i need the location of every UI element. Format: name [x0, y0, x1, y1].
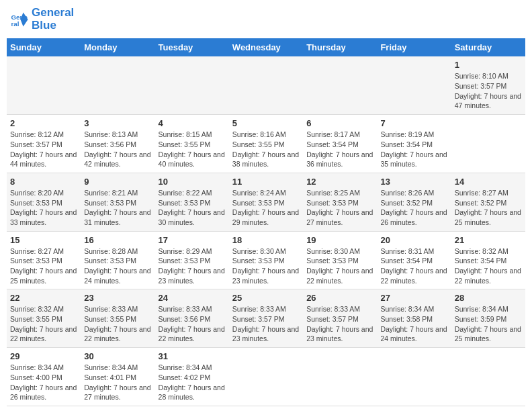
- calendar-cell: 6Sunrise: 8:17 AMSunset: 3:54 PMDaylight…: [303, 115, 377, 173]
- weekday-header-row: SundayMondayTuesdayWednesdayThursdayFrid…: [7, 38, 525, 56]
- day-number: 12: [306, 177, 373, 187]
- day-info: Sunrise: 8:33 AMSunset: 3:56 PMDaylight:…: [159, 304, 226, 344]
- calendar-cell: 5Sunrise: 8:16 AMSunset: 3:55 PMDaylight…: [229, 115, 303, 173]
- day-number: 7: [380, 118, 447, 128]
- day-number: 3: [84, 118, 151, 128]
- day-info: Sunrise: 8:27 AMSunset: 3:53 PMDaylight:…: [10, 246, 77, 286]
- day-info: Sunrise: 8:10 AMSunset: 3:57 PMDaylight:…: [455, 71, 522, 111]
- day-number: 23: [84, 293, 151, 303]
- day-info: Sunrise: 8:32 AMSunset: 3:55 PMDaylight:…: [10, 304, 77, 344]
- day-info: Sunrise: 8:27 AMSunset: 3:52 PMDaylight:…: [455, 188, 522, 228]
- calendar-cell: 31Sunrise: 8:34 AMSunset: 4:02 PMDayligh…: [155, 348, 229, 406]
- calendar-cell: 7Sunrise: 8:19 AMSunset: 3:54 PMDaylight…: [377, 115, 451, 173]
- calendar-cell: 10Sunrise: 8:22 AMSunset: 3:53 PMDayligh…: [155, 173, 229, 231]
- calendar-cell: 24Sunrise: 8:33 AMSunset: 3:56 PMDayligh…: [155, 289, 229, 348]
- calendar-cell: 18Sunrise: 8:30 AMSunset: 3:53 PMDayligh…: [229, 231, 303, 289]
- day-number: 2: [10, 118, 77, 128]
- day-number: 28: [455, 293, 522, 303]
- day-info: Sunrise: 8:32 AMSunset: 3:54 PMDaylight:…: [455, 246, 522, 286]
- calendar-cell: 28Sunrise: 8:34 AMSunset: 3:59 PMDayligh…: [451, 289, 525, 348]
- day-info: Sunrise: 8:34 AMSunset: 4:02 PMDaylight:…: [159, 363, 226, 402]
- day-number: 5: [232, 118, 300, 128]
- calendar-cell: 27Sunrise: 8:34 AMSunset: 3:58 PMDayligh…: [377, 289, 451, 348]
- week-row-1: 1Sunrise: 8:10 AMSunset: 3:57 PMDaylight…: [7, 56, 525, 114]
- calendar-cell: 23Sunrise: 8:33 AMSunset: 3:55 PMDayligh…: [81, 289, 154, 348]
- calendar-cell: [81, 56, 154, 114]
- calendar-cell: 26Sunrise: 8:33 AMSunset: 3:57 PMDayligh…: [303, 289, 377, 348]
- day-info: Sunrise: 8:31 AMSunset: 3:54 PMDaylight:…: [380, 246, 447, 286]
- day-number: 25: [232, 293, 300, 303]
- svg-text:ral: ral: [11, 19, 19, 27]
- day-number: 26: [306, 293, 373, 303]
- day-number: 6: [306, 118, 373, 128]
- day-info: Sunrise: 8:15 AMSunset: 3:55 PMDaylight:…: [159, 130, 226, 169]
- calendar-cell: 20Sunrise: 8:31 AMSunset: 3:54 PMDayligh…: [377, 231, 451, 289]
- weekday-header-wednesday: Wednesday: [229, 38, 303, 56]
- day-number: 22: [10, 293, 77, 303]
- calendar-cell: [377, 56, 451, 114]
- day-info: Sunrise: 8:34 AMSunset: 3:59 PMDaylight:…: [455, 304, 522, 344]
- day-info: Sunrise: 8:21 AMSunset: 3:53 PMDaylight:…: [84, 188, 151, 228]
- logo-icon: Gene ral Blue: [10, 10, 29, 29]
- day-number: 14: [455, 177, 522, 187]
- calendar-cell: 21Sunrise: 8:32 AMSunset: 3:54 PMDayligh…: [451, 231, 525, 289]
- day-info: Sunrise: 8:20 AMSunset: 3:53 PMDaylight:…: [10, 188, 77, 228]
- day-info: Sunrise: 8:25 AMSunset: 3:53 PMDaylight:…: [306, 188, 373, 228]
- day-number: 17: [159, 235, 226, 245]
- day-info: Sunrise: 8:33 AMSunset: 3:55 PMDaylight:…: [84, 304, 151, 344]
- day-number: 31: [159, 351, 226, 361]
- calendar-cell: 15Sunrise: 8:27 AMSunset: 3:53 PMDayligh…: [7, 231, 81, 289]
- calendar-cell: 29Sunrise: 8:34 AMSunset: 4:00 PMDayligh…: [7, 348, 81, 406]
- week-row-3: 8Sunrise: 8:20 AMSunset: 3:53 PMDaylight…: [7, 173, 525, 231]
- logo-text-line2: Blue: [32, 19, 74, 32]
- day-number: 8: [10, 177, 77, 187]
- day-info: Sunrise: 8:28 AMSunset: 3:53 PMDaylight:…: [84, 246, 151, 286]
- weekday-header-tuesday: Tuesday: [155, 38, 229, 56]
- day-number: 4: [159, 118, 226, 128]
- day-info: Sunrise: 8:34 AMSunset: 3:58 PMDaylight:…: [380, 304, 447, 344]
- weekday-header-thursday: Thursday: [303, 38, 377, 56]
- day-number: 13: [380, 177, 447, 187]
- day-info: Sunrise: 8:33 AMSunset: 3:57 PMDaylight:…: [232, 304, 300, 344]
- calendar-cell: 17Sunrise: 8:29 AMSunset: 3:53 PMDayligh…: [155, 231, 229, 289]
- day-number: 9: [84, 177, 151, 187]
- day-number: 20: [380, 235, 447, 245]
- calendar-cell: 9Sunrise: 8:21 AMSunset: 3:53 PMDaylight…: [81, 173, 154, 231]
- calendar-cell: 2Sunrise: 8:12 AMSunset: 3:57 PMDaylight…: [7, 115, 81, 173]
- day-info: Sunrise: 8:34 AMSunset: 4:01 PMDaylight:…: [84, 363, 151, 402]
- day-info: Sunrise: 8:33 AMSunset: 3:57 PMDaylight:…: [306, 304, 373, 344]
- calendar-cell: 16Sunrise: 8:28 AMSunset: 3:53 PMDayligh…: [81, 231, 154, 289]
- day-info: Sunrise: 8:26 AMSunset: 3:52 PMDaylight:…: [380, 188, 447, 228]
- day-info: Sunrise: 8:19 AMSunset: 3:54 PMDaylight:…: [380, 130, 447, 169]
- day-info: Sunrise: 8:17 AMSunset: 3:54 PMDaylight:…: [306, 130, 373, 169]
- week-row-6: 29Sunrise: 8:34 AMSunset: 4:00 PMDayligh…: [7, 348, 525, 406]
- calendar-cell: 12Sunrise: 8:25 AMSunset: 3:53 PMDayligh…: [303, 173, 377, 231]
- calendar-cell: [7, 56, 81, 114]
- week-row-4: 15Sunrise: 8:27 AMSunset: 3:53 PMDayligh…: [7, 231, 525, 289]
- day-number: 21: [455, 235, 522, 245]
- calendar-cell: 3Sunrise: 8:13 AMSunset: 3:56 PMDaylight…: [81, 115, 154, 173]
- day-number: 11: [232, 177, 300, 187]
- calendar-cell: 14Sunrise: 8:27 AMSunset: 3:52 PMDayligh…: [451, 173, 525, 231]
- calendar-cell: [451, 348, 525, 406]
- day-info: Sunrise: 8:34 AMSunset: 4:00 PMDaylight:…: [10, 363, 77, 402]
- day-info: Sunrise: 8:13 AMSunset: 3:56 PMDaylight:…: [84, 130, 151, 169]
- weekday-header-monday: Monday: [81, 38, 154, 56]
- calendar-cell: [155, 56, 229, 114]
- calendar-cell: [229, 56, 303, 114]
- page-header: Gene ral Blue General Blue: [7, 7, 525, 32]
- weekday-header-sunday: Sunday: [7, 38, 81, 56]
- day-number: 19: [306, 235, 373, 245]
- day-number: 29: [10, 351, 77, 361]
- day-info: Sunrise: 8:22 AMSunset: 3:53 PMDaylight:…: [159, 188, 226, 228]
- day-number: 27: [380, 293, 447, 303]
- calendar-cell: [229, 348, 303, 406]
- calendar-cell: 11Sunrise: 8:24 AMSunset: 3:53 PMDayligh…: [229, 173, 303, 231]
- week-row-2: 2Sunrise: 8:12 AMSunset: 3:57 PMDaylight…: [7, 115, 525, 173]
- calendar-cell: [303, 348, 377, 406]
- day-number: 18: [232, 235, 300, 245]
- calendar-cell: [377, 348, 451, 406]
- calendar-cell: 19Sunrise: 8:30 AMSunset: 3:53 PMDayligh…: [303, 231, 377, 289]
- calendar-cell: 30Sunrise: 8:34 AMSunset: 4:01 PMDayligh…: [81, 348, 154, 406]
- day-info: Sunrise: 8:30 AMSunset: 3:53 PMDaylight:…: [232, 246, 300, 286]
